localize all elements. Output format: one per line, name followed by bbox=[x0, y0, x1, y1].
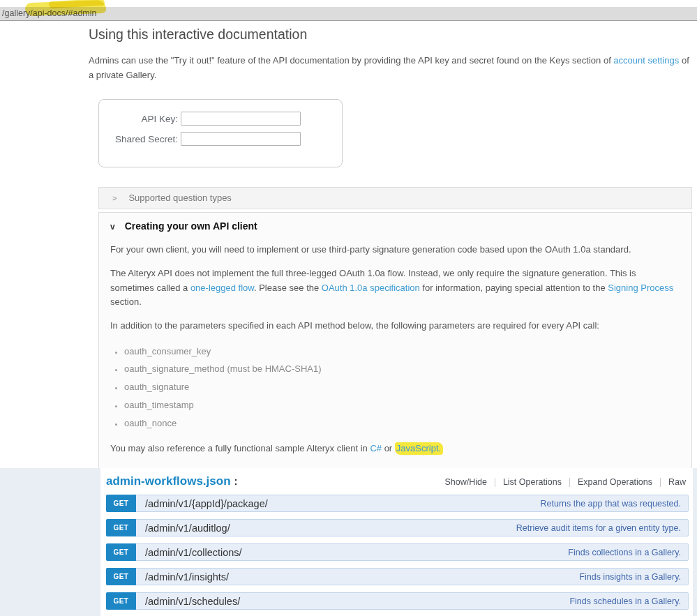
oauth-param-item: oauth_signature bbox=[124, 379, 682, 397]
get-method-badge: GET bbox=[106, 568, 136, 585]
paragraph-text: or bbox=[382, 443, 395, 453]
accordion-header[interactable]: vCreating your own API client bbox=[109, 219, 682, 234]
main-content: Using this interactive documentation Adm… bbox=[89, 21, 693, 546]
sample-clients-paragraph: You may also reference a fully functiona… bbox=[110, 442, 682, 456]
resource-title-suffix: : bbox=[234, 475, 238, 487]
account-settings-link[interactable]: account settings bbox=[613, 55, 679, 66]
endpoint-path[interactable]: /admin/v1/insights/ bbox=[145, 571, 229, 583]
paragraph-text: for information, paying special attentio… bbox=[420, 283, 608, 293]
oauth-param-item: oauth_timestamp bbox=[124, 397, 682, 415]
oauth-specification-link[interactable]: OAuth 1.0a specification bbox=[322, 283, 420, 293]
endpoint-description-link[interactable]: Finds insights in a Gallery. bbox=[579, 572, 681, 582]
get-method-badge: GET bbox=[106, 543, 136, 561]
shared-secret-input[interactable] bbox=[181, 132, 301, 146]
endpoint-row[interactable]: GET /admin/v1/schedules/ Finds schedules… bbox=[106, 592, 689, 610]
shared-secret-row: Shared Secret: bbox=[99, 132, 342, 146]
oauth-param-item: oauth_signature_method (must be HMAC-SHA… bbox=[124, 361, 682, 379]
endpoint-description-link[interactable]: Retrieve audit items for a given entity … bbox=[516, 523, 681, 533]
page-title: Using this interactive documentation bbox=[89, 27, 693, 43]
endpoint-path[interactable]: /admin/v1/collections/ bbox=[145, 547, 242, 558]
shared-secret-label: Shared Secret: bbox=[99, 134, 178, 144]
intro-text: Admins can use the "Try it out!" feature… bbox=[89, 55, 613, 66]
endpoint-row[interactable]: GET /admin/v1/{appId}/package/ Returns t… bbox=[106, 495, 689, 512]
endpoint-path[interactable]: /admin/v1/schedules/ bbox=[145, 596, 240, 607]
section-title: Creating your own API client bbox=[121, 219, 264, 234]
oauth-param-item: oauth_consumer_key bbox=[124, 343, 682, 361]
resource-title-link[interactable]: admin-workflows.json bbox=[106, 474, 231, 488]
one-legged-flow-link[interactable]: one-legged flow bbox=[190, 283, 254, 293]
paragraph-text: section. bbox=[110, 296, 142, 307]
csharp-link[interactable]: C# bbox=[370, 443, 382, 453]
action-show-hide[interactable]: Show/Hide bbox=[437, 477, 494, 487]
get-method-badge: GET bbox=[106, 519, 136, 536]
api-key-row: API Key: bbox=[99, 112, 342, 126]
chevron-right-icon: > bbox=[112, 194, 117, 202]
chevron-down-icon: v bbox=[110, 222, 115, 232]
endpoint-description-link[interactable]: Finds schedules in a Gallery. bbox=[569, 596, 681, 606]
javascript-link[interactable]: JavaScript. bbox=[395, 442, 443, 455]
paragraph-text: You may also reference a fully functiona… bbox=[110, 443, 370, 453]
action-raw[interactable]: Raw bbox=[661, 477, 689, 487]
action-expand-operations[interactable]: Expand Operations bbox=[570, 477, 660, 487]
get-method-badge: GET bbox=[106, 592, 136, 610]
endpoint-row[interactable]: GET /admin/v1/insights/ Finds insights i… bbox=[106, 568, 689, 585]
endpoint-path[interactable]: /admin/v1/auditlog/ bbox=[145, 523, 230, 534]
client-paragraph-3: In addition to the parameters specified … bbox=[110, 319, 682, 333]
signing-process-link[interactable]: Signing Process bbox=[608, 283, 673, 293]
endpoint-description-link[interactable]: Returns the app that was requested. bbox=[540, 499, 681, 509]
client-paragraph-1: For your own client, you will need to im… bbox=[110, 243, 682, 257]
api-key-label: API Key: bbox=[99, 114, 178, 124]
oauth-param-item: oauth_nonce bbox=[124, 414, 682, 433]
paragraph-text: . Please see the bbox=[254, 283, 322, 293]
endpoint-description-link[interactable]: Finds collections in a Gallery. bbox=[568, 548, 681, 557]
resource-actions: Show/Hide List Operations Expand Operati… bbox=[437, 477, 689, 487]
intro-paragraph: Admins can use the "Try it out!" feature… bbox=[89, 53, 693, 82]
action-list-operations[interactable]: List Operations bbox=[495, 477, 569, 487]
oauth-params-list: oauth_consumer_key oauth_signature_metho… bbox=[124, 343, 682, 433]
api-key-input[interactable] bbox=[181, 112, 301, 126]
endpoint-row[interactable]: GET /admin/v1/collections/ Finds collect… bbox=[106, 543, 689, 561]
get-method-badge: GET bbox=[106, 495, 136, 512]
accordion-title: Supported question types bbox=[128, 193, 231, 203]
credentials-box: API Key: Shared Secret: bbox=[98, 99, 343, 167]
endpoint-row[interactable]: GET /admin/v1/auditlog/ Retrieve audit i… bbox=[106, 519, 689, 536]
endpoint-path[interactable]: /admin/v1/{appId}/package/ bbox=[145, 498, 268, 509]
client-paragraph-2: The Alteryx API does not implement the f… bbox=[110, 266, 682, 310]
resource-header: admin-workflows.json : Show/Hide List Op… bbox=[106, 474, 689, 488]
resource-panel: admin-workflows.json : Show/Hide List Op… bbox=[100, 468, 693, 616]
accordion-supported-question-types[interactable]: >Supported question types bbox=[98, 187, 692, 209]
resource-band: admin-workflows.json : Show/Hide List Op… bbox=[0, 468, 697, 616]
